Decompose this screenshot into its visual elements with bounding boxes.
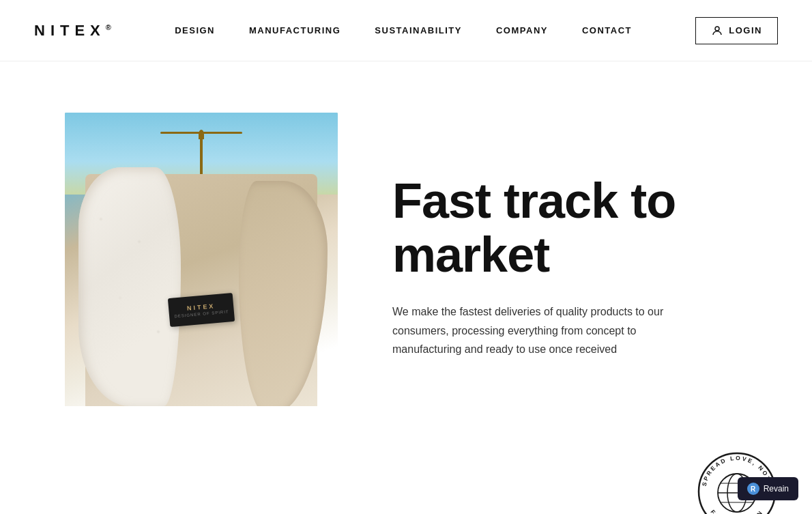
nav-manufacturing[interactable]: MANUFACTURING xyxy=(249,25,340,35)
user-icon xyxy=(711,25,723,37)
svg-point-0 xyxy=(715,27,719,31)
revain-icon: R xyxy=(747,483,759,495)
login-button[interactable]: LOGIN xyxy=(695,17,778,44)
site-header: NITEX® DESIGN MANUFACTURING SUSTAINABILI… xyxy=(0,0,812,61)
hero-content: Fast track to market We make the fastest… xyxy=(392,160,778,358)
revain-badge: R Revain xyxy=(738,477,798,500)
svg-text:FAST FASHION: FAST FASHION xyxy=(709,509,764,514)
hero-image: NITEX DESIGNER OF SPIRIT xyxy=(65,113,338,406)
hero-subtitle: We make the fastest deliveries of qualit… xyxy=(392,302,693,358)
site-logo[interactable]: NITEX® xyxy=(34,22,111,40)
revain-label: Revain xyxy=(764,484,789,494)
nav-company[interactable]: COMPANY xyxy=(496,25,548,35)
nav-sustainability[interactable]: SUSTAINABILITY xyxy=(375,25,462,35)
main-nav: DESIGN MANUFACTURING SUSTAINABILITY COMP… xyxy=(175,25,632,35)
hero-title: Fast track to market xyxy=(392,174,778,282)
hero-section: NITEX DESIGNER OF SPIRIT Fast track to m… xyxy=(0,61,812,457)
nav-contact[interactable]: CONTACT xyxy=(582,25,632,35)
nav-design[interactable]: DESIGN xyxy=(175,25,215,35)
bottom-section: SPREAD LOVE, NOT FAST FASHION xyxy=(0,457,812,514)
